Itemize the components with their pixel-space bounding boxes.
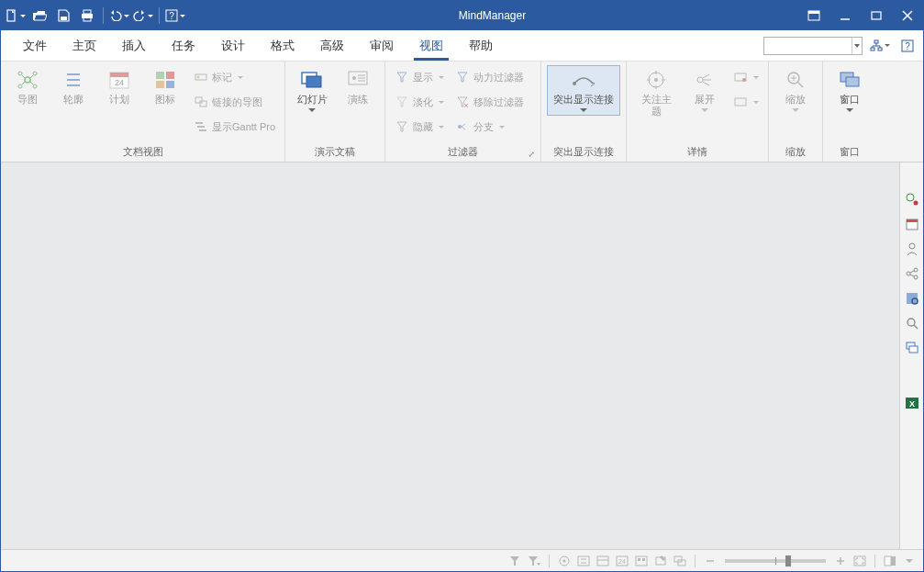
svg-rect-8 [808, 11, 819, 14]
menu-review[interactable]: 审阅 [357, 30, 406, 61]
side-btn-share[interactable] [902, 263, 922, 285]
svg-line-29 [22, 82, 25, 84]
remove-filter-button[interactable]: 移除过滤器 [451, 90, 528, 114]
sb-filter2-button[interactable] [526, 553, 542, 569]
highlight-connections-button[interactable]: 突出显示连接 [547, 65, 620, 116]
side-btn-windows[interactable] [902, 337, 922, 359]
svg-rect-107 [636, 556, 647, 566]
save-button[interactable] [52, 5, 74, 27]
gantt-button[interactable]: 显示Gantt Pro [190, 115, 279, 139]
sb-v1-button[interactable] [575, 553, 592, 569]
help-icon-button[interactable]: ? [897, 36, 918, 56]
quick-access-toolbar: ? [1, 5, 186, 27]
zoom-out-button[interactable] [702, 553, 718, 569]
sb-panel-button[interactable] [882, 553, 898, 569]
sb-target-button[interactable] [556, 553, 573, 569]
svg-point-42 [197, 76, 200, 79]
icons-view-button[interactable]: 图标 [144, 65, 186, 109]
minimize-button[interactable] [829, 3, 861, 28]
menu-file[interactable]: 文件 [10, 30, 60, 61]
chevron-down-icon [846, 108, 853, 112]
svg-line-28 [30, 75, 33, 78]
menu-design[interactable]: 设计 [208, 30, 258, 61]
hierarchy-button[interactable] [866, 36, 894, 56]
sb-v4-button[interactable] [633, 553, 650, 569]
sb-filter-button[interactable] [507, 553, 523, 569]
svg-rect-38 [166, 72, 174, 79]
redo-button[interactable] [132, 5, 154, 27]
zoom-slider[interactable] [725, 559, 826, 563]
outline-view-button[interactable]: 轮廓 [52, 65, 95, 109]
print-button[interactable] [76, 5, 98, 27]
maximize-button[interactable] [861, 3, 892, 28]
search-box[interactable] [763, 37, 863, 55]
slides-button[interactable]: 幻灯片 [291, 65, 333, 116]
menu-help[interactable]: 帮助 [456, 30, 506, 61]
branch-button[interactable]: 分支 [451, 115, 528, 139]
focus-topic-button[interactable]: 关注主题 [632, 65, 680, 121]
menu-home[interactable]: 主页 [60, 30, 109, 61]
power-filter-button[interactable]: 动力过滤器 [451, 65, 528, 89]
help-button[interactable]: ? [164, 5, 186, 27]
side-btn-browse[interactable] [902, 287, 922, 309]
menu-insert[interactable]: 插入 [109, 30, 159, 61]
map-view-button[interactable]: 导图 [6, 65, 49, 109]
new-file-button[interactable] [5, 5, 27, 27]
box-icon [733, 95, 748, 109]
plan-view-button[interactable]: 24 计划 [98, 65, 140, 109]
window-title: MindManager [186, 9, 798, 22]
link-icon [194, 95, 208, 109]
chevron-down-icon [308, 108, 316, 112]
search-input[interactable] [764, 38, 852, 54]
rehearse-button[interactable]: 演练 [337, 65, 379, 109]
menu-view[interactable]: 视图 [406, 30, 456, 61]
sb-more-button[interactable] [901, 553, 918, 569]
sb-v2-button[interactable] [595, 553, 611, 569]
qat-separator [159, 7, 160, 24]
gantt-icon [194, 119, 208, 134]
details-small2-button[interactable] [729, 90, 763, 114]
sb-v3-button[interactable]: 24 [614, 553, 630, 569]
details-small1-button[interactable] [729, 65, 763, 89]
filter-fade-button[interactable]: 淡化 [391, 90, 448, 114]
menu-format[interactable]: 格式 [258, 30, 307, 61]
sb-v6-button[interactable] [672, 553, 688, 569]
expand-button[interactable]: 展开 [684, 65, 726, 116]
ribbon-display-button[interactable] [798, 3, 829, 28]
linked-maps-button[interactable]: 链接的导图 [190, 90, 279, 114]
svg-text:24: 24 [618, 558, 626, 565]
svg-point-51 [352, 76, 356, 80]
zoom-button[interactable]: 缩放 [774, 65, 817, 116]
close-button[interactable] [892, 3, 923, 28]
group-label[interactable]: 过滤器 [391, 142, 535, 162]
svg-point-87 [914, 275, 918, 279]
svg-text:24: 24 [115, 78, 124, 87]
fit-button[interactable] [852, 553, 868, 569]
svg-rect-79 [846, 77, 859, 86]
funnel-icon [395, 70, 409, 84]
open-file-button[interactable] [28, 5, 50, 27]
search-dropdown[interactable] [852, 38, 862, 54]
side-btn-map[interactable] [902, 188, 922, 210]
marker-icon [194, 70, 208, 84]
markers-button[interactable]: 标记 [190, 65, 279, 89]
sb-v5-button[interactable] [652, 553, 669, 569]
svg-rect-118 [885, 556, 891, 566]
menu-tasks[interactable]: 任务 [159, 30, 208, 61]
canvas[interactable] [1, 163, 899, 549]
group-label: 窗口 [829, 142, 871, 162]
filter-show-button[interactable]: 显示 [391, 65, 448, 89]
svg-point-23 [18, 72, 22, 75]
svg-rect-100 [578, 556, 589, 566]
filter-hide-button[interactable]: 隐藏 [391, 115, 448, 139]
side-btn-search[interactable] [902, 312, 922, 334]
side-btn-person[interactable] [902, 238, 922, 260]
window-button[interactable]: 窗口 [829, 65, 871, 116]
side-btn-excel[interactable]: X [902, 392, 922, 414]
side-btn-calendar[interactable] [902, 213, 922, 235]
undo-button[interactable] [108, 5, 130, 27]
zoom-in-button[interactable] [832, 553, 849, 569]
menu-advanced[interactable]: 高级 [307, 30, 357, 61]
svg-point-81 [913, 201, 918, 206]
svg-point-92 [907, 319, 915, 326]
